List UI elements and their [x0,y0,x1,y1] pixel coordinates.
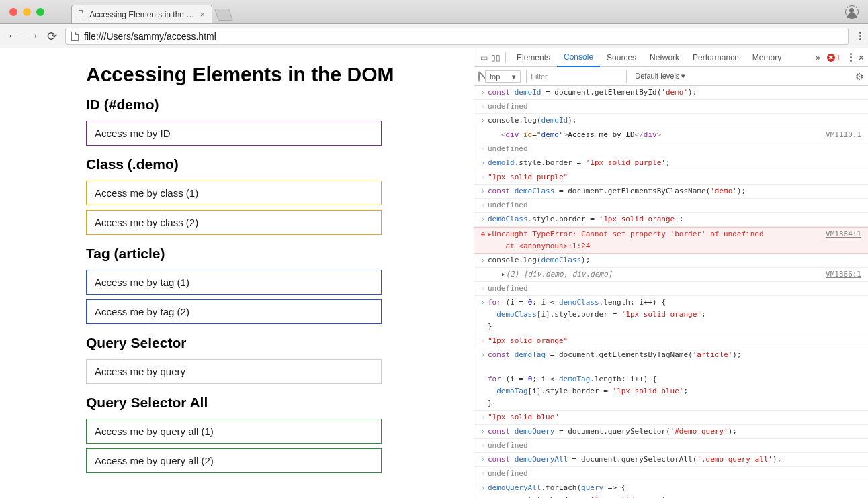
console-message: undefined [488,101,861,113]
console-line: ‹undefined [474,199,868,213]
console-message: demoClass.style.border = '1px solid oran… [488,213,861,226]
clear-console-icon[interactable] [478,72,480,81]
browser-menu-button[interactable] [859,32,861,40]
devtools-tab-sources[interactable]: Sources [600,48,643,66]
profile-icon[interactable] [845,5,859,19]
console-toolbar: top Filter Default levels ▾ ⚙ [474,67,868,86]
console-message: undefined [488,143,861,155]
console-gutter: › [478,185,488,197]
console-line: ‹undefined [474,282,868,296]
section-heading: Class (.demo) [86,156,447,172]
console-message: console.log(demoId); [488,115,861,127]
console-line: ›demoClass.style.border = '1px solid ora… [474,213,868,227]
console-gutter [478,129,488,141]
devtools-tab-elements[interactable]: Elements [510,48,557,66]
page-title: Accessing Elements in the DOM [86,63,447,86]
console-line: ‹undefined [474,467,868,481]
maximize-window-button[interactable] [36,8,44,16]
demo-box: Access me by tag (2) [86,299,382,324]
page-icon [79,10,85,19]
console-output[interactable]: ›const demoId = document.getElementById(… [474,86,868,498]
console-line: ⊗▸Uncaught TypeError: Cannot set propert… [474,227,868,254]
console-message: "1px solid blue" [488,411,861,424]
console-gutter: ‹ [478,171,488,183]
devtools-tab-memory[interactable]: Memory [746,48,788,66]
file-icon [71,32,79,41]
devtools-tab-performance[interactable]: Performance [686,48,746,66]
demo-box: Access me by ID [86,121,382,146]
console-gutter: › [478,297,488,333]
section-heading: Tag (article) [86,246,447,262]
minimize-window-button[interactable] [23,8,31,16]
devtools-panel: ▭ ▯▯ ElementsConsoleSourcesNetworkPerfor… [474,48,868,498]
console-message: "1px solid purple" [488,171,861,183]
browser-tab[interactable]: Accessing Elements in the DOM × [71,5,212,23]
forward-button[interactable]: → [27,29,39,43]
console-line: <div id="demo">Access me by ID</div>VM11… [474,128,868,142]
console-line: ›demoId.style.border = '1px solid purple… [474,156,868,170]
console-message: const demoTag = document.getElementsByTa… [488,349,861,409]
console-message: undefined [488,283,861,295]
console-message: "1px solid orange" [488,335,861,347]
console-source-link[interactable]: VM1366:1 [826,268,861,281]
console-line: ›const demoQuery = document.querySelecto… [474,425,868,439]
demo-box: Access me by class (1) [86,181,382,205]
close-window-button[interactable] [9,8,17,16]
console-gutter: › [478,87,488,99]
console-line: ‹undefined [474,439,868,453]
console-gutter: ‹ [478,411,488,424]
browser-toolbar: ← → ⟳ file:///Users/sammy/access.html [0,24,868,48]
window-controls [9,8,44,16]
console-gutter: ‹ [478,335,488,347]
console-message: ▸(2) [div.demo, div.demo] [488,268,820,281]
console-line: ›const demoId = document.getElementById(… [474,86,868,100]
console-message: demoId.style.border = '1px solid purple'… [488,157,861,169]
console-line: ›demoQueryAll.forEach(query => { query.s… [474,481,868,498]
console-message: undefined [488,199,861,211]
console-line: ‹"1px solid blue" [474,411,868,425]
demo-box: Access me by query [86,359,382,384]
console-message: undefined [488,468,861,480]
close-tab-button[interactable]: × [200,9,205,19]
console-gutter: ‹ [478,283,488,295]
reload-button[interactable]: ⟳ [47,29,57,44]
console-gutter: ‹ [478,101,488,113]
inspect-element-icon[interactable]: ▭ [478,52,489,63]
console-gutter: › [478,349,488,409]
back-button[interactable]: ← [7,29,19,43]
devtools-menu-button[interactable] [850,53,852,62]
console-gutter: › [478,157,488,169]
demo-box: Access me by query all (2) [86,448,382,473]
console-message: const demoClass = document.getElementsBy… [488,185,861,197]
device-toolbar-icon[interactable]: ▯▯ [490,52,501,63]
more-tabs-icon[interactable]: » [816,53,820,62]
console-line: ▸(2) [div.demo, div.demo]VM1366:1 [474,268,868,282]
filter-input[interactable]: Filter [526,70,627,83]
console-gutter: › [478,213,488,226]
console-line: ‹undefined [474,100,868,114]
console-line: ‹"1px solid purple" [474,170,868,185]
console-message: <div id="demo">Access me by ID</div> [488,129,820,141]
console-source-link[interactable]: VM1110:1 [826,129,861,141]
new-tab-button[interactable] [214,9,233,21]
console-line: ›for (i = 0; i < demoClass.length; i++) … [474,296,868,334]
address-bar[interactable]: file:///Users/sammy/access.html [65,28,849,45]
error-badge[interactable]: 1 [827,54,840,62]
console-gutter: › [478,115,488,127]
console-message: demoQueryAll.forEach(query => { query.st… [488,482,861,498]
context-selector[interactable]: top [485,70,521,83]
devtools-tab-network[interactable]: Network [643,48,686,66]
log-levels-selector[interactable]: Default levels ▾ [635,72,685,81]
console-gutter: ‹ [478,199,488,211]
devtools-tab-console[interactable]: Console [557,48,600,67]
demo-box: Access me by query all (1) [86,419,382,444]
devtools-close-button[interactable]: × [859,52,864,63]
console-line: ›console.log(demoClass); [474,254,868,268]
console-gutter: ‹ [478,440,488,452]
console-gutter: › [478,454,488,466]
console-source-link[interactable]: VM1364:1 [826,228,861,252]
console-message: ▸Uncaught TypeError: Cannot set property… [488,228,820,252]
console-message: const demoQuery = document.querySelector… [488,426,861,438]
section-heading: Query Selector [86,335,447,351]
console-settings-icon[interactable]: ⚙ [855,71,864,82]
